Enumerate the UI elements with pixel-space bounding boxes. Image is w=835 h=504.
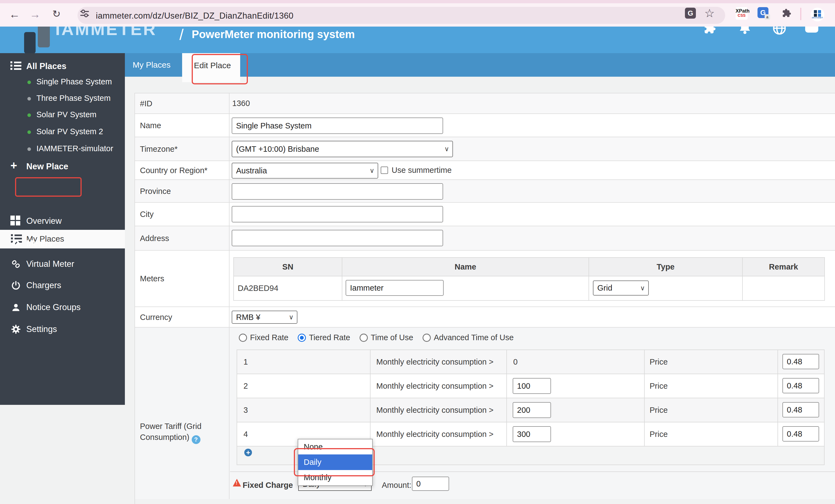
url-text[interactable]: iammeter.com/dz/User/BIZ_DZ_DianZhanEdit… bbox=[96, 11, 293, 21]
form-row-currency: Currency RMB ¥∨ bbox=[135, 307, 835, 328]
extension-google-translate-icon[interactable]: G a bbox=[757, 7, 769, 18]
form-row-country: Country or Region* Australia∨ Use summer… bbox=[135, 161, 835, 180]
iammeter-logo-icon[interactable] bbox=[24, 26, 52, 53]
settings-gear-icon bbox=[11, 324, 21, 334]
all-places-list-icon bbox=[11, 61, 21, 71]
sidebar-place-iammeter-simulator[interactable]: IAMMETER-simulator bbox=[0, 141, 125, 157]
chargers-power-icon bbox=[11, 281, 21, 290]
tab-my-places[interactable]: My Places bbox=[125, 53, 178, 77]
meters-label: Meters bbox=[140, 273, 222, 284]
chevron-down-icon: ∨ bbox=[369, 167, 374, 175]
price-input[interactable]: 0.48 bbox=[782, 378, 819, 394]
help-icon[interactable]: ? bbox=[192, 435, 201, 444]
browser-back-button[interactable]: ← bbox=[9, 8, 20, 21]
sidebar-all-places[interactable]: All Places bbox=[0, 58, 125, 75]
virtual-meter-link-icon bbox=[11, 259, 21, 269]
meters-gauge-icon bbox=[11, 239, 21, 248]
warning-icon bbox=[233, 479, 241, 486]
form-row-meters: Meters SN Name Type Remark DA2BED94 Iamm… bbox=[135, 250, 835, 307]
threshold-input[interactable]: 200 bbox=[513, 402, 551, 418]
threshold-input[interactable]: 100 bbox=[513, 378, 551, 394]
meter-sn-cell: DA2BED94 bbox=[234, 276, 342, 300]
site-settings-icon[interactable] bbox=[79, 8, 90, 19]
meter-type-select[interactable]: Grid∨ bbox=[593, 281, 649, 296]
country-select[interactable]: Australia∨ bbox=[232, 163, 378, 179]
notice-groups-person-icon bbox=[11, 302, 21, 312]
extensions-puzzle-icon[interactable] bbox=[781, 7, 793, 19]
browser-forward-button[interactable]: → bbox=[29, 8, 41, 21]
tier-desc: Monthly electricity consumption > bbox=[370, 374, 507, 398]
notifications-bell-icon[interactable] bbox=[737, 26, 753, 36]
rate-type-radios: Fixed Rate Tiered Rate Time of Use Advan… bbox=[239, 333, 514, 342]
tier-threshold: 0 bbox=[507, 350, 645, 374]
price-input[interactable]: 0.48 bbox=[782, 402, 819, 418]
sidebar-place-three-phase[interactable]: Three Phase System bbox=[0, 90, 125, 107]
apps-puzzle-icon[interactable] bbox=[703, 26, 718, 36]
radio-tiered-rate[interactable]: Tiered Rate bbox=[298, 333, 350, 342]
language-globe-icon[interactable] bbox=[772, 26, 787, 36]
sidebar-place-solar-pv-2[interactable]: Solar PV System 2 bbox=[0, 124, 125, 140]
profile-avatar[interactable]: DEVICEBIT bbox=[811, 8, 824, 21]
summertime-checkbox[interactable] bbox=[381, 166, 388, 174]
id-value: 1360 bbox=[232, 94, 250, 114]
tier-desc: Monthly electricity consumption > bbox=[370, 350, 507, 374]
form-row-province: Province bbox=[135, 180, 835, 203]
chevron-down-icon: ∨ bbox=[289, 314, 293, 321]
fixed-charge-label: Fixed Charge bbox=[243, 476, 293, 495]
user-account-icon[interactable] bbox=[805, 26, 818, 33]
price-label: Price bbox=[645, 398, 778, 422]
meter-remark-cell bbox=[743, 276, 824, 300]
col-type: Type bbox=[589, 258, 743, 276]
meter-name-input[interactable]: Iammeter bbox=[346, 280, 444, 296]
toolbar-divider bbox=[800, 8, 801, 20]
form-row-name: Name Single Phase System bbox=[135, 114, 835, 137]
sidebar-overview[interactable]: Overview bbox=[0, 212, 125, 230]
col-sn: SN bbox=[234, 258, 342, 276]
sidebar-place-single-phase[interactable]: Single Phase System bbox=[0, 74, 125, 90]
price-input[interactable]: 0.48 bbox=[782, 426, 819, 442]
sidebar-virtual-meter[interactable]: Virtual Meter bbox=[0, 255, 125, 273]
tier-number: 2 bbox=[237, 374, 370, 398]
meter-type-cell: Grid∨ bbox=[589, 276, 743, 300]
price-cell: 0.48 bbox=[778, 350, 824, 374]
radio-icon bbox=[239, 334, 247, 342]
radio-time-of-use[interactable]: Time of Use bbox=[360, 333, 413, 342]
logo-text[interactable]: IAMMETER bbox=[55, 26, 157, 39]
extension-xpath-css-icon[interactable]: XPath CSS bbox=[736, 7, 748, 20]
city-input[interactable] bbox=[232, 206, 443, 222]
radio-advanced-time-of-use[interactable]: Advanced Time of Use bbox=[423, 333, 514, 342]
offline-status-dot bbox=[27, 97, 31, 101]
timezone-select[interactable]: (GMT +10:00) Brisbane∨ bbox=[232, 141, 453, 157]
sidebar-new-place[interactable]: + New Place bbox=[0, 158, 125, 175]
browser-reload-button[interactable]: ↻ bbox=[52, 8, 61, 20]
browser-top-strip bbox=[0, 0, 835, 3]
currency-label: Currency bbox=[140, 312, 222, 323]
price-input[interactable]: 0.48 bbox=[782, 354, 819, 369]
threshold-input[interactable]: 300 bbox=[513, 426, 551, 442]
browser-toolbar: ← → ↻ iammeter.com/dz/User/BIZ_DZ_DianZh… bbox=[0, 0, 835, 26]
col-remark: Remark bbox=[743, 258, 824, 276]
online-status-dot bbox=[27, 114, 31, 117]
radio-fixed-rate[interactable]: Fixed Rate bbox=[239, 333, 288, 342]
sidebar-chargers[interactable]: Chargers bbox=[0, 277, 125, 294]
sidebar-notice-groups[interactable]: Notice Groups bbox=[0, 299, 125, 316]
province-label: Province bbox=[140, 186, 222, 197]
price-cell: 0.48 bbox=[778, 398, 824, 422]
sidebar-meters[interactable]: Meters bbox=[0, 235, 125, 252]
add-tier-button[interactable]: + bbox=[244, 449, 252, 456]
translate-page-icon[interactable]: G bbox=[685, 8, 696, 19]
address-input[interactable] bbox=[232, 230, 443, 246]
bookmark-star-icon[interactable]: ☆ bbox=[705, 6, 715, 20]
name-input[interactable]: Single Phase System bbox=[232, 118, 443, 134]
sidebar-place-solar-pv[interactable]: Solar PV System bbox=[0, 107, 125, 123]
annotation-box-my-places bbox=[15, 177, 82, 197]
tier-number: 3 bbox=[237, 398, 370, 422]
sidebar-settings[interactable]: Settings bbox=[0, 321, 125, 338]
form-row-address: Address bbox=[135, 226, 835, 250]
annotation-box-daily-option bbox=[294, 448, 375, 476]
amount-input[interactable]: 0 bbox=[412, 477, 449, 491]
tier-desc: Monthly electricity consumption > bbox=[370, 398, 507, 422]
province-input[interactable] bbox=[232, 183, 443, 200]
currency-select[interactable]: RMB ¥∨ bbox=[232, 310, 298, 324]
plus-icon: + bbox=[11, 159, 21, 169]
